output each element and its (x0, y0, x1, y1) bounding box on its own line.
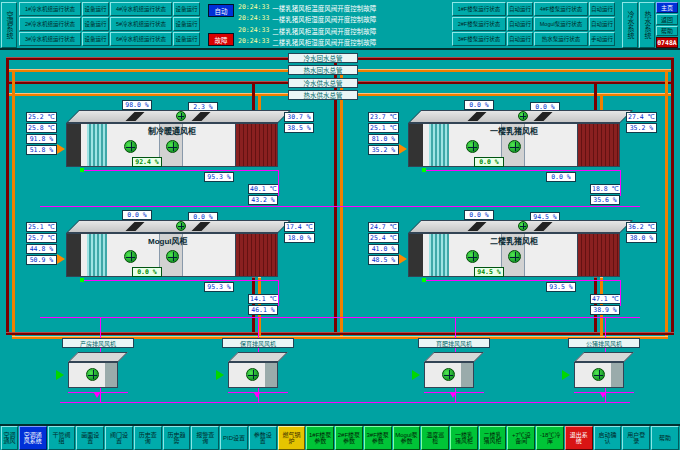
pump-status-button[interactable]: Mogul泵运行状态 (534, 17, 588, 31)
toolbar-button[interactable]: 帮助 (651, 426, 679, 450)
pump-run-button[interactable]: 自动运行 (589, 17, 615, 31)
toolbar-button[interactable]: 阀门设置 (105, 426, 133, 450)
pump-run-button[interactable]: 自动运行 (589, 2, 615, 16)
chiller-status-button[interactable]: 2#冷水机组运行状态 (19, 17, 81, 31)
exhaust-fan-graphic: 公猪排风风机 (558, 338, 658, 402)
humidity-readout: 51.8 % (26, 145, 57, 155)
chiller-status-button[interactable]: 4#冷水机组运行状态 (110, 2, 172, 16)
chiller-status-button[interactable]: 3#冷水机组运行状态 (19, 32, 81, 46)
pump-status-button[interactable]: 4#F楼泵运行状态 (534, 2, 588, 16)
fan-roof (424, 352, 484, 362)
right-cold-riser (671, 57, 674, 335)
exhaust-fan-name: 公猪排风风机 (568, 338, 640, 348)
toolbar-button[interactable]: 报警查询 (191, 426, 219, 450)
chiller-status-button[interactable]: 5#冷水机组运行状态 (110, 17, 172, 31)
sensor-dot (80, 168, 84, 172)
exhaust-fan-graphic: 育肥排风风机 (408, 338, 508, 402)
fan-icon (124, 140, 137, 153)
toolbar-button[interactable]: -18℃冷库 (536, 426, 564, 450)
alarm-row[interactable]: 20:24:33 二楼乳猪风柜湿度风阀开度控制故障 (238, 37, 450, 47)
chiller-run-button[interactable]: 设备运行 (173, 32, 200, 46)
chiller-run-button[interactable]: 设备运行 (82, 32, 109, 46)
return-air-readout: 38.0 % (626, 233, 657, 243)
exhaust-fan-graphic: 保育排风风机 (212, 338, 312, 402)
pump-run-button[interactable]: 自动运行 (507, 2, 533, 16)
temp-readout: 25.7 ℃ (26, 233, 57, 243)
toolbar-button[interactable]: 退出系统 (565, 426, 593, 450)
toolbar-button[interactable]: 3#F楼泵参数 (364, 426, 392, 450)
fan-icon (86, 368, 99, 381)
toolbar-button[interactable]: PID设置 (220, 426, 248, 450)
airflow-arrow-icon (216, 370, 224, 380)
chiller-status-button[interactable]: 6#冷水机组运行状态 (110, 32, 172, 46)
chiller-run-button[interactable]: 设备运行 (82, 17, 109, 31)
home-button[interactable]: 主页 (656, 2, 678, 13)
toolbar-button[interactable]: 1#F楼泵参数 (306, 426, 334, 450)
fan-icon (508, 250, 521, 263)
pump-run-button[interactable]: 手动运行 (589, 32, 615, 46)
pump-status-button[interactable]: 3#F楼泵运行状态 (452, 32, 506, 46)
alarm-row[interactable]: 20:24:33 一楼乳猪风柜温度风阀开度控制故障 (238, 3, 450, 13)
alarm-text: 二楼乳猪风柜湿度风阀开度控制故障 (272, 37, 376, 47)
heating-coil-section (577, 124, 619, 166)
chiller-status-button[interactable]: 1#冷水机组运行状态 (19, 2, 81, 16)
pump-status-button[interactable]: 1#F楼泵运行状态 (452, 2, 506, 16)
ahu-graphic: 24.7 ℃ 25.4 ℃ 41.0 % 48.5 % 0.0 % 94.5 %… (368, 210, 668, 320)
chiller-run-button[interactable]: 设备运行 (173, 17, 200, 31)
toolbar-button[interactable]: 二楼乳猪风柜 (479, 426, 507, 450)
exhaust-fan-name: 育肥排风风机 (418, 338, 490, 348)
chiller-run-button[interactable]: 设备运行 (82, 2, 109, 16)
alarm-row[interactable]: 20:24:33 二楼乳猪风柜温度风阀开度控制故障 (238, 26, 450, 36)
toolbar-button[interactable]: 参数设置 (249, 426, 277, 450)
damper-opening-readout: 98.0 % (122, 100, 152, 110)
toolbar-button[interactable]: 历史趋势 (163, 426, 191, 450)
toolbar-button[interactable]: 启动确认 (594, 426, 622, 450)
toolbar-button[interactable]: 一楼乳猪风柜 (450, 426, 478, 450)
outlet-temp-readout: 47.1 ℃ (590, 294, 621, 304)
temp-readout: 25.2 ℃ (26, 112, 57, 122)
pump-run-button[interactable]: 自动运行 (507, 32, 533, 46)
tab-hvac-system[interactable]: 空调系统 (1, 2, 17, 48)
toolbar-button[interactable]: 用户登录 (622, 426, 650, 450)
fan-icon (166, 250, 179, 263)
return-air-readout: 35.2 % (626, 123, 657, 133)
fan-icon (518, 221, 528, 231)
signal-arrow-icon (600, 393, 606, 398)
toolbar-button[interactable]: 画面设置 (76, 426, 104, 450)
pump-status-button[interactable]: 热水泵运行状态 (534, 32, 588, 46)
fan-roof (574, 352, 634, 362)
toolbar-button[interactable]: 2#F楼泵参数 (335, 426, 363, 450)
toolbar-button[interactable]: 温度巡检 (421, 426, 449, 450)
ahu-left-readouts: 23.7 ℃ 25.1 ℃ 81.0 % 35.2 % (368, 112, 399, 155)
toolbar-button[interactable]: 干管阀组 (48, 426, 76, 450)
tab-hvac-ventilation[interactable]: 空调通风 (1, 426, 18, 450)
fan-icon (466, 140, 479, 153)
fan-speed-readout: 0.0 % (546, 172, 576, 182)
help-button[interactable]: 帮助 (656, 26, 678, 37)
alarm-text: 一楼乳猪风柜湿度风阀开度控制故障 (272, 14, 376, 24)
chiller-status-grid: 1#冷水机组运行状态 设备运行 4#冷水机组运行状态 设备运行 2#冷水机组运行… (19, 2, 200, 46)
toolbar-button[interactable]: 空调通风系统 (19, 426, 47, 450)
alarm-row[interactable]: 20:24:33 一楼乳猪风柜湿度风阀开度控制故障 (238, 14, 450, 24)
status-indicator: 故障 (208, 33, 234, 46)
tab-hot-water-system[interactable]: 热水系统 (639, 2, 655, 48)
pump-run-button[interactable]: 自动运行 (507, 17, 533, 31)
back-button[interactable]: 返回 (656, 14, 678, 25)
outlet-temp-readout: 40.1 ℃ (248, 184, 279, 194)
toolbar-button[interactable]: 历史查询 (134, 426, 162, 450)
toolbar-button[interactable]: +7℃设备间 (507, 426, 535, 450)
pump-status-button[interactable]: 2#F楼泵运行状态 (452, 17, 506, 31)
fan-speed-readout: 95.3 % (204, 172, 234, 182)
temp-readout: 25.1 ℃ (368, 123, 399, 133)
return-air-readout: 17.4 ℃ (284, 222, 315, 232)
alarm-text: 一楼乳猪风柜温度风阀开度控制故障 (272, 3, 376, 13)
toolbar-button[interactable]: Mogul泵参数 (393, 426, 421, 450)
tab-cold-water-system[interactable]: 冷水系统 (622, 2, 638, 48)
scada-screen: 空调系统 1#冷水机组运行状态 设备运行 4#冷水机组运行状态 设备运行 2#冷… (0, 0, 680, 450)
fan-roof (228, 352, 288, 362)
status-indicator: 自动 (208, 4, 234, 17)
toolbar-button[interactable]: 燃气锅炉 (278, 426, 306, 450)
fan-outlet-section (265, 363, 277, 387)
chiller-run-button[interactable]: 设备运行 (173, 2, 200, 16)
airflow-arrow-icon (412, 370, 420, 380)
